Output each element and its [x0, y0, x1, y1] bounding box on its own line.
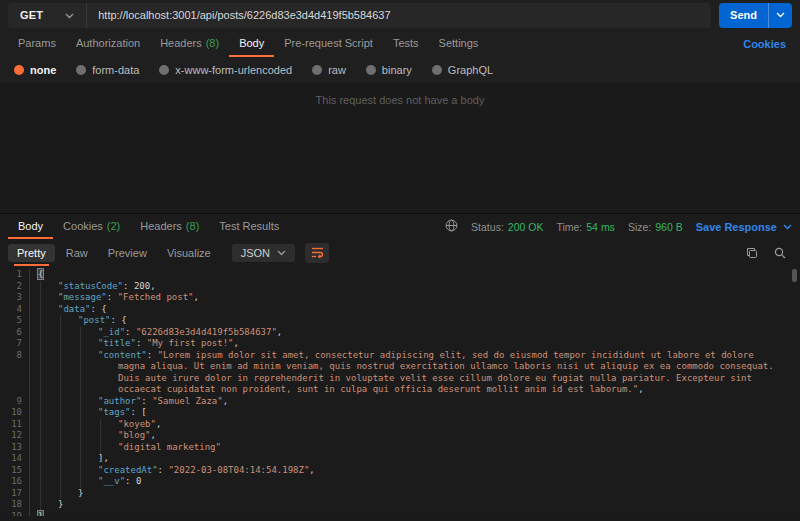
copy-button[interactable] [740, 243, 764, 263]
code-line-content: "koyeb", [30, 419, 800, 431]
body-type-x-www-form-urlencoded[interactable]: x-www-form-urlencoded [159, 64, 292, 76]
request-tab-headers[interactable]: Headers(8) [150, 30, 229, 57]
indent-guide [40, 281, 41, 293]
send-button[interactable]: Send [719, 3, 792, 28]
search-button[interactable] [768, 243, 792, 263]
code-line: 5"post": { [0, 315, 800, 327]
radio-icon [312, 65, 322, 75]
tab-label: Authorization [76, 37, 140, 49]
json-punctuation: , [193, 292, 198, 302]
json-punctuation: { [38, 269, 43, 279]
response-tabs: BodyCookies(2)Headers(8)Test Results [8, 214, 289, 239]
json-punctuation: } [38, 511, 43, 517]
status-indicator: Status: 200 OK [471, 221, 543, 233]
json-punctuation: , [150, 281, 155, 291]
json-punctuation: : [123, 281, 134, 291]
radio-label: binary [382, 64, 412, 76]
request-tab-pre-request-script[interactable]: Pre-request Script [274, 30, 383, 57]
tab-count: (8) [186, 220, 199, 232]
search-icon [774, 247, 786, 259]
request-pane: GET http://localhost:3001/api/posts/6226… [0, 0, 800, 82]
request-tab-settings[interactable]: Settings [429, 30, 489, 57]
body-type-raw[interactable]: raw [312, 64, 346, 76]
indent-guide [40, 465, 41, 477]
indent-guide [60, 396, 61, 408]
response-tab-cookies[interactable]: Cookies(2) [53, 214, 130, 239]
json-key: "createdAt" [98, 465, 158, 475]
size-label: Size: [628, 221, 651, 233]
json-punctuation: } [58, 499, 63, 509]
body-type-form-data[interactable]: form-data [76, 64, 139, 76]
indent-guide [80, 430, 81, 442]
indent-guide [40, 430, 41, 442]
indent-guide [40, 304, 41, 316]
indent-guide [80, 442, 81, 454]
view-tab-preview[interactable]: Preview [99, 244, 156, 262]
radio-label: x-www-form-urlencoded [175, 64, 292, 76]
indent-guide [60, 315, 61, 327]
body-type-graphql[interactable]: GraphQL [432, 64, 493, 76]
indent-guide [40, 453, 41, 465]
code-line-content: } [30, 499, 800, 511]
url-row: GET http://localhost:3001/api/posts/6226… [0, 0, 800, 30]
code-line: 1{ [0, 269, 800, 281]
response-tab-test-results[interactable]: Test Results [209, 214, 289, 239]
chevron-down-icon [65, 9, 74, 21]
indent-guide [40, 396, 41, 408]
json-number: 200 [134, 281, 150, 291]
tab-count: (2) [107, 220, 120, 232]
save-response-button[interactable]: Save Response [696, 221, 792, 233]
code-line-content: "_id": "6226d83e3d4d419f5b584637", [30, 327, 800, 339]
radio-icon [432, 65, 442, 75]
json-string: "blog" [118, 430, 151, 440]
json-key: "message" [58, 292, 107, 302]
format-select[interactable]: JSON [232, 244, 295, 262]
view-tab-pretty[interactable]: Pretty [8, 244, 55, 262]
send-options-chevron-icon[interactable] [768, 3, 792, 28]
cookies-link[interactable]: Cookies [743, 38, 792, 50]
json-string: "digital marketing" [118, 442, 221, 452]
code-line: 4"data": { [0, 304, 800, 316]
time-value: 54 ms [586, 221, 615, 233]
indent-guide [60, 488, 61, 500]
time-indicator: Time: 54 ms [556, 221, 614, 233]
tab-label: Settings [439, 37, 479, 49]
chevron-down-icon [277, 250, 286, 256]
code-line-content: "__v": 0 [30, 476, 800, 488]
indent-guide [40, 292, 41, 304]
line-number: 11 [0, 419, 30, 431]
view-tab-raw[interactable]: Raw [57, 244, 97, 262]
request-tab-tests[interactable]: Tests [383, 30, 429, 57]
word-wrap-button[interactable] [305, 243, 329, 263]
json-punctuation: : [136, 338, 147, 348]
response-tab-body[interactable]: Body [8, 214, 53, 239]
request-tab-body[interactable]: Body [229, 30, 274, 57]
line-number: 3 [0, 292, 30, 304]
empty-body-message: This request does not have a body [0, 82, 800, 213]
tab-count: (8) [206, 37, 219, 49]
response-tab-headers[interactable]: Headers(8) [130, 214, 209, 239]
json-punctuation: : [147, 350, 158, 360]
body-type-binary[interactable]: binary [366, 64, 412, 76]
indent-guide [60, 407, 61, 419]
line-number: 1 [0, 269, 30, 281]
code-line-content: "title": "My first post!", [30, 338, 800, 350]
line-number: 4 [0, 304, 30, 316]
request-tab-params[interactable]: Params [8, 30, 66, 57]
json-string: "6226d83e3d4d419f5b584637" [136, 327, 277, 337]
indent-guide [80, 465, 81, 477]
url-input[interactable]: http://localhost:3001/api/posts/6226d83e… [87, 3, 711, 28]
indent-guide [60, 476, 61, 488]
indent-guide [60, 453, 61, 465]
body-type-none[interactable]: none [14, 64, 56, 76]
indent-guide [60, 442, 61, 454]
method-select[interactable]: GET [8, 3, 87, 28]
globe-icon [445, 219, 458, 234]
view-tab-visualize[interactable]: Visualize [158, 244, 220, 262]
line-number: 7 [0, 338, 30, 350]
response-body-viewer[interactable]: 1{2"statusCode": 200,3"message": "Fetche… [0, 266, 800, 516]
json-punctuation: : { [111, 315, 127, 325]
json-key: "title" [98, 338, 136, 348]
indent-guide [60, 465, 61, 477]
request-tab-authorization[interactable]: Authorization [66, 30, 150, 57]
